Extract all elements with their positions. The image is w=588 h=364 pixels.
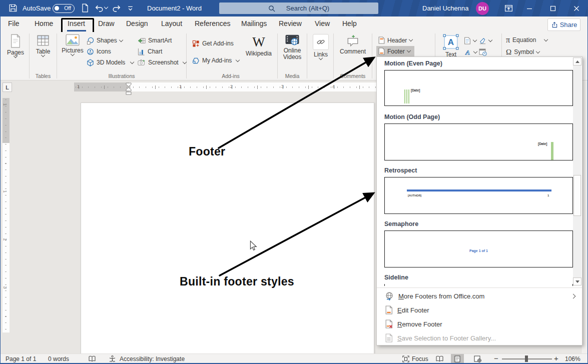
- page-indicator[interactable]: Page 1 of 1: [6, 356, 36, 362]
- preview-date-placeholder: [Date]: [538, 142, 547, 146]
- toggle-knob: [55, 6, 59, 10]
- read-mode-button[interactable]: [433, 354, 446, 364]
- gallery-scrollbar[interactable]: [573, 58, 581, 286]
- tab-file[interactable]: File: [8, 20, 20, 28]
- new-document-icon[interactable]: [81, 4, 89, 12]
- date-time-button[interactable]: [479, 48, 487, 56]
- tab-layout[interactable]: Layout: [161, 20, 182, 28]
- screenshot-button[interactable]: Screenshot: [138, 58, 186, 67]
- undo-icon[interactable]: [95, 4, 103, 12]
- document-page[interactable]: [81, 102, 374, 354]
- 3d-models-button[interactable]: 3D Models: [87, 58, 134, 67]
- quick-access-more-icon[interactable]: [127, 4, 134, 12]
- zoom-level[interactable]: 106%: [565, 356, 580, 362]
- menu-item-edit-footer[interactable]: Edit Footer: [377, 303, 582, 317]
- quick-parts-button[interactable]: [464, 36, 476, 45]
- wikipedia-button[interactable]: W Wikipedia: [244, 35, 274, 57]
- text-box-button[interactable]: A Text: [440, 34, 462, 58]
- tab-references[interactable]: References: [195, 20, 231, 28]
- document-title: Document2 - Word: [147, 4, 202, 12]
- links-button[interactable]: Links: [310, 34, 332, 60]
- menu-item-remove-footer[interactable]: Remove Footer: [377, 317, 582, 331]
- share-button[interactable]: Share: [547, 18, 580, 31]
- header-button[interactable]: Header: [376, 35, 414, 46]
- maximize-button[interactable]: [544, 0, 561, 16]
- minimize-button[interactable]: [521, 0, 538, 16]
- tab-review[interactable]: Review: [279, 20, 302, 28]
- smartart-button[interactable]: SmartArt: [138, 36, 172, 45]
- scroll-up-button[interactable]: [573, 58, 581, 66]
- redo-icon[interactable]: [113, 4, 121, 12]
- tab-help[interactable]: Help: [342, 20, 357, 28]
- equation-button[interactable]: π Equation: [506, 36, 547, 44]
- gallery-item-retrospect[interactable]: [AUTHOR] 1: [384, 177, 573, 214]
- gallery-heading: Motion (Even Page): [384, 60, 442, 67]
- shapes-button[interactable]: Shapes: [87, 36, 123, 45]
- menu-item-label: More Footers from Office.com: [398, 292, 484, 300]
- tab-design[interactable]: Design: [126, 20, 148, 28]
- undo-dropdown-chevron[interactable]: [104, 5, 108, 9]
- online-videos-icon: [285, 34, 299, 46]
- gallery-item-motion-odd[interactable]: [Date]: [384, 124, 573, 160]
- proofing-icon[interactable]: [89, 356, 96, 362]
- smartart-label: SmartArt: [148, 37, 172, 44]
- zoom-slider-thumb[interactable]: [525, 356, 528, 362]
- footer-icon: [378, 48, 385, 55]
- web-layout-button[interactable]: [471, 354, 484, 364]
- vertical-ruler[interactable]: 1 1 2 3: [3, 98, 10, 332]
- zoom-out-button[interactable]: −: [494, 354, 498, 362]
- ribbon-display-options-icon[interactable]: [504, 4, 513, 12]
- chevron-down-icon: [409, 38, 413, 42]
- print-layout-button[interactable]: [451, 354, 464, 364]
- quick-parts-icon: [464, 37, 471, 44]
- gallery-item-semaphore[interactable]: Page 1 of 1: [384, 230, 573, 268]
- save-icon[interactable]: [9, 4, 18, 12]
- pages-button[interactable]: Pages: [5, 34, 27, 58]
- group-separator: [372, 34, 372, 78]
- shapes-label: Shapes: [97, 37, 117, 44]
- user-name[interactable]: Daniel Uchenna: [422, 4, 469, 12]
- wordart-button[interactable]: A: [464, 48, 477, 56]
- my-addins-button[interactable]: My Add-ins: [192, 56, 239, 65]
- get-addins-button[interactable]: Get Add-ins: [192, 39, 234, 48]
- chart-button[interactable]: Chart: [138, 47, 162, 56]
- tab-stop-selector[interactable]: L: [3, 82, 12, 92]
- table-button[interactable]: Table: [32, 34, 55, 56]
- word-count[interactable]: 0 words: [48, 356, 69, 362]
- tab-home[interactable]: Home: [35, 20, 53, 28]
- symbol-button[interactable]: Ω Symbol: [506, 48, 539, 56]
- symbol-icon: Ω: [506, 48, 511, 56]
- ruler-number: 3: [3, 286, 8, 288]
- close-button[interactable]: [568, 0, 585, 16]
- tab-view[interactable]: View: [315, 20, 330, 28]
- scroll-down-button[interactable]: [573, 278, 581, 286]
- tab-draw[interactable]: Draw: [98, 20, 115, 28]
- footer-button[interactable]: Footer: [376, 46, 414, 56]
- accessibility-icon[interactable]: [109, 355, 116, 362]
- group-label-media: Media: [281, 73, 304, 79]
- autosave-toggle[interactable]: Off: [53, 4, 75, 13]
- icons-button[interactable]: Icons: [87, 47, 111, 56]
- gallery-item-motion-even[interactable]: [Date]: [384, 70, 573, 106]
- zoom-in-button[interactable]: +: [554, 354, 558, 362]
- group-label-tables: Tables: [32, 73, 55, 79]
- pictures-button[interactable]: Pictures: [60, 34, 86, 56]
- title-bar: AutoSave Off Document2 - Word Search (Al…: [1, 0, 587, 16]
- search-input[interactable]: Search (Alt+Q): [219, 2, 378, 14]
- avatar[interactable]: DU: [476, 2, 489, 15]
- scrollbar-thumb[interactable]: [573, 175, 581, 216]
- tab-mailings[interactable]: Mailings: [241, 20, 267, 28]
- preview-author-placeholder: [AUTHOR]: [408, 194, 421, 197]
- autosave-label: AutoSave: [23, 4, 51, 12]
- online-videos-button[interactable]: Online Videos: [279, 34, 306, 60]
- annotation-footer-label: Footer: [189, 145, 225, 158]
- menu-separator: [377, 288, 582, 288]
- horizontal-ruler[interactable]: 1 1 2 3 4: [74, 82, 376, 92]
- comment-button[interactable]: Comment: [339, 34, 367, 55]
- accessibility-status[interactable]: Accessibility: Investigate: [120, 356, 185, 362]
- menu-item-more-footers[interactable]: More Footers from Office.com: [377, 289, 582, 303]
- indent-markers[interactable]: [126, 82, 132, 96]
- focus-button[interactable]: Focus: [412, 356, 428, 362]
- menu-item-label: Edit Footer: [397, 306, 429, 314]
- signature-line-button[interactable]: [479, 36, 492, 45]
